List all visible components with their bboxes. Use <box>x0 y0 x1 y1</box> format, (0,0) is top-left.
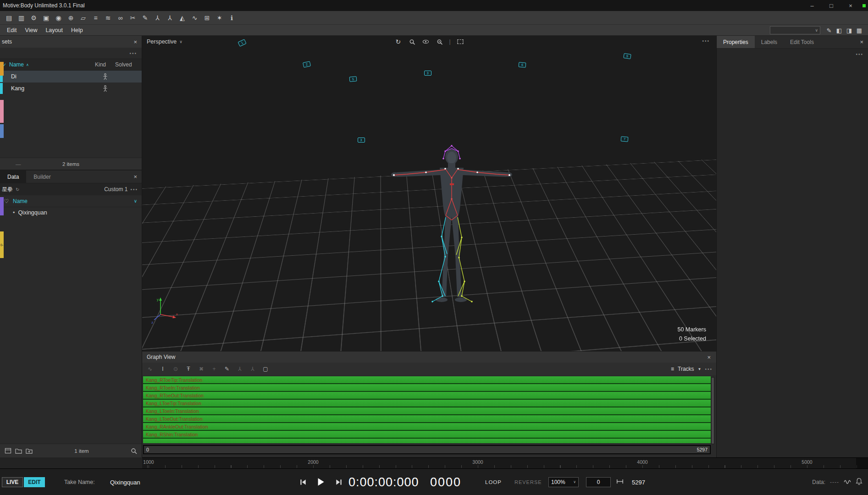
track-row[interactable]: Kang_RShin:Translation <box>143 431 711 439</box>
camera-marker[interactable]: 2 <box>303 61 311 68</box>
box-select-icon[interactable]: ▢ <box>261 365 270 373</box>
camera-marker[interactable]: 5 <box>349 76 357 82</box>
scrollbar-thumb[interactable] <box>712 378 714 444</box>
archive-icon[interactable] <box>5 447 11 454</box>
favorite-heart-icon[interactable]: ♡ <box>0 198 13 204</box>
minimize-button[interactable]: – <box>802 0 822 11</box>
zoom-icon[interactable] <box>408 38 416 46</box>
frame-badge-icon[interactable]: ⊞ <box>201 12 213 23</box>
column-header-name[interactable]: Name ∧ <box>9 61 95 68</box>
box-select-icon[interactable] <box>456 38 464 46</box>
track-row[interactable]: Kang_LToeOut:Translation <box>143 415 711 423</box>
skeleton-icon[interactable]: ⅄ <box>164 12 176 23</box>
sparkle-icon[interactable]: ✶ <box>213 12 226 23</box>
bone-track-icon[interactable]: ⅄ <box>249 365 257 373</box>
live-mode-button[interactable]: LIVE <box>2 477 23 487</box>
skip-start-button[interactable] <box>298 477 308 487</box>
panel-tab[interactable]: Edit Tools <box>784 36 820 48</box>
close-icon[interactable]: × <box>133 38 138 45</box>
view-mode-dropdown[interactable]: Perspective ∨ <box>142 38 182 45</box>
camera-marker[interactable]: 7 <box>621 137 629 142</box>
labeling-icon[interactable]: ⅄ <box>151 12 164 23</box>
folder-plus-icon[interactable] <box>26 447 33 454</box>
column-header-kind[interactable]: Kind <box>95 61 115 68</box>
track-row[interactable]: Kang_RToeTip:Translation <box>143 376 711 384</box>
zoom-range-icon[interactable]: ⊙ <box>171 365 180 373</box>
filter-check-icon[interactable]: ✓ <box>0 62 9 67</box>
devices-icon[interactable]: ▣ <box>40 12 52 23</box>
layout-single-icon[interactable]: ◧ <box>834 26 844 35</box>
streaming-icon[interactable]: ≋ <box>102 12 114 23</box>
maximize-button[interactable]: □ <box>822 0 841 11</box>
panel-tab[interactable]: Labels <box>755 36 784 48</box>
close-button[interactable]: × <box>841 0 860 11</box>
current-frame-input[interactable]: 0 <box>586 477 611 487</box>
menu-item[interactable]: Help <box>67 25 87 35</box>
timeline-ruler[interactable]: 10002000300040005000 <box>142 457 868 468</box>
zoom-fit-icon[interactable] <box>435 38 443 46</box>
link-icon[interactable]: ∞ <box>114 12 127 23</box>
marker-track-icon[interactable]: ⅄ <box>236 365 244 373</box>
calibration-icon[interactable]: ⊕ <box>65 12 77 23</box>
asset-row[interactable]: Di <box>0 71 142 82</box>
new-take-icon[interactable]: ▤ <box>3 12 15 23</box>
layout-select[interactable]: ∨ <box>770 26 820 34</box>
camera-marker[interactable]: 6 <box>519 62 526 68</box>
play-button[interactable] <box>315 477 326 487</box>
close-icon[interactable]: × <box>706 354 712 361</box>
resize-handle[interactable]: — <box>16 161 21 167</box>
layout-grid-icon[interactable]: ▦ <box>854 26 864 35</box>
camera-marker[interactable]: 3 <box>424 71 431 76</box>
autoscale-lock-icon[interactable]: Ŧ <box>184 365 193 373</box>
value-track-icon[interactable]: Ι <box>159 365 167 373</box>
menu-item[interactable]: Edit <box>3 25 21 35</box>
menu-item[interactable]: Layout <box>41 25 67 35</box>
overflow-menu-icon[interactable]: ••• <box>130 187 138 192</box>
layout-split-icon[interactable]: ◨ <box>844 26 854 35</box>
track-row[interactable]: Kang_RToeIn:Translation <box>143 384 711 392</box>
chevron-down-icon[interactable]: ∨ <box>134 198 142 204</box>
overflow-menu-icon[interactable]: ••• <box>129 51 137 56</box>
panel-tab[interactable]: Properties <box>717 36 755 48</box>
edit-mode-button[interactable]: EDIT <box>24 477 45 487</box>
tracks-scrollbar[interactable] <box>711 377 714 444</box>
skip-end-button[interactable] <box>334 477 344 487</box>
close-icon[interactable]: × <box>859 36 864 48</box>
trim-icon[interactable]: ✂ <box>127 12 139 23</box>
camera-icon[interactable]: ◉ <box>52 12 65 23</box>
track-row[interactable]: Kang_RToeOut:Translation <box>143 392 711 400</box>
tracks-dropdown[interactable]: ≡ Tracks ▼ ••• <box>671 366 713 372</box>
overflow-menu-icon[interactable]: ••• <box>856 52 863 57</box>
take-name-value[interactable]: Qixingquan <box>110 478 140 485</box>
takes-column-name[interactable]: Name <box>13 198 134 204</box>
settings-icon[interactable]: ⚙ <box>28 12 40 23</box>
panel-tab[interactable]: Data <box>0 170 26 183</box>
refresh-icon[interactable]: ↻ <box>16 187 19 192</box>
range-thumb[interactable] <box>144 446 710 453</box>
panel-tab[interactable]: Builder <box>26 170 58 183</box>
track-row[interactable]: Kang_LToeTip:Translation <box>143 400 711 407</box>
overflow-menu-icon[interactable]: ••• <box>702 38 710 44</box>
column-header-solved[interactable]: Solved <box>115 61 142 68</box>
add-key-icon[interactable]: + <box>210 365 218 373</box>
ground-plane-icon[interactable]: ▱ <box>77 12 89 23</box>
close-icon[interactable]: × <box>133 170 138 183</box>
menu-item[interactable]: View <box>21 25 42 35</box>
take-row[interactable]: • Qixingquan <box>0 207 142 218</box>
track-row-partial[interactable] <box>143 439 711 443</box>
overflow-menu-icon[interactable]: ••• <box>705 367 713 372</box>
info-icon[interactable]: ℹ <box>226 12 238 23</box>
draw-key-icon[interactable]: ✎ <box>223 365 231 373</box>
signal-wave-icon[interactable] <box>844 478 851 486</box>
notifications-bell-icon[interactable] <box>856 478 862 486</box>
orbit-icon[interactable]: ↻ <box>394 38 402 46</box>
layers-icon[interactable]: ≡ <box>89 12 102 23</box>
graph-range-bar[interactable]: 0 5297 <box>143 445 711 454</box>
camera-marker[interactable]: 5 <box>624 53 631 59</box>
track-row[interactable]: Kang_RAnkleOut:Translation <box>143 423 711 431</box>
folder-icon[interactable] <box>15 447 22 454</box>
loop-toggle[interactable]: LOOP <box>485 479 502 485</box>
session-row[interactable]: 星拳 ↻ Custom 1 ••• <box>0 183 142 195</box>
playback-speed-select[interactable]: 100% ∨ <box>548 477 579 487</box>
track-row[interactable]: Kang_LToeIn:Translation <box>143 407 711 415</box>
